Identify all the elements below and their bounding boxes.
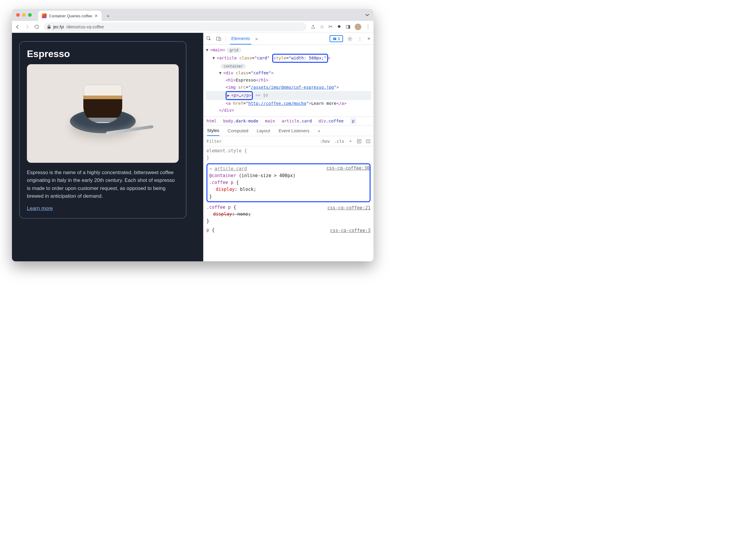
subtabs-more-icon[interactable]: »: [318, 128, 320, 133]
reload-button[interactable]: [34, 24, 39, 29]
svg-rect-0: [48, 26, 51, 29]
dom-breadcrumb[interactable]: html body.dark-mode main article.card di…: [203, 116, 374, 125]
tab-title: Container Queries coffee: [49, 14, 92, 18]
rendered-page: Espresso Espresso is the name of a highl…: [12, 33, 203, 261]
issues-count: 1: [338, 36, 340, 41]
favicon-icon: [42, 14, 47, 18]
svg-rect-8: [334, 39, 335, 39]
subtab-computed[interactable]: Computed: [228, 128, 248, 133]
hov-toggle[interactable]: :hov: [320, 139, 330, 144]
card-title: Espresso: [27, 48, 179, 60]
learn-more-link[interactable]: Learn more: [27, 205, 53, 211]
overridden-rule: css-cq-coffee:21 .coffee p { display: no…: [206, 204, 371, 225]
dom-selected-node: ••• ▶<p>…</p> == $0: [206, 91, 371, 100]
settings-icon[interactable]: [347, 36, 353, 42]
share-icon[interactable]: [311, 24, 316, 29]
svg-rect-5: [219, 38, 221, 41]
crumb-p: p: [350, 118, 356, 124]
rule-source-link[interactable]: css-cq-coffee:21: [328, 205, 371, 211]
devtools-panel: Elements » 1 ⋮ ✕ ▼<main>grid ▼<article c…: [203, 33, 374, 261]
url-path: /demo/css-cq-coffee: [67, 24, 104, 29]
lock-icon: [47, 25, 51, 29]
devtools-toolbar: Elements » 1 ⋮ ✕: [203, 33, 374, 45]
profile-avatar[interactable]: [355, 23, 361, 30]
sidebar-toggle-icon[interactable]: [366, 139, 371, 144]
browser-tab[interactable]: Container Queries coffee ✕: [38, 11, 102, 21]
coffee-card: Espresso Espresso is the name of a highl…: [19, 41, 187, 219]
container-query-rule: css-cq-coffee:30 → article.card @contain…: [206, 163, 371, 202]
minimize-window-icon[interactable]: [22, 13, 26, 17]
styles-pane[interactable]: element.style { } css-cq-coffee:30 → art…: [203, 146, 374, 261]
browser-toolbar: jec.fyi/demo/css-cq-coffee ☆ ✂ ⋮: [12, 21, 374, 33]
extensions-icon[interactable]: [337, 24, 341, 29]
crumb-main: main: [265, 119, 275, 123]
browser-tabbar: Container Queries coffee ✕ ＋: [12, 9, 374, 21]
svg-rect-2: [348, 25, 350, 28]
close-tab-icon[interactable]: ✕: [94, 14, 98, 18]
crumb-body: body.dark-mode: [223, 119, 258, 123]
back-button[interactable]: [15, 24, 20, 29]
cls-toggle[interactable]: .cls: [334, 139, 344, 144]
crumb-div: div.coffee: [319, 119, 344, 123]
sidepanel-icon[interactable]: [346, 24, 350, 29]
scissors-icon[interactable]: ✂: [329, 23, 333, 30]
subtab-styles[interactable]: Styles: [207, 125, 219, 136]
maximize-window-icon[interactable]: [28, 13, 32, 17]
crumb-article: article.card: [282, 119, 312, 123]
bookmark-icon[interactable]: ☆: [320, 23, 324, 30]
card-image: [27, 64, 179, 163]
window-controls: [12, 13, 36, 17]
p-rule: css-cq-coffee:3 p {: [206, 227, 371, 233]
kebab-icon[interactable]: ⋮: [366, 23, 371, 30]
new-tab-button[interactable]: ＋: [104, 12, 112, 20]
device-toggle-icon[interactable]: [216, 36, 221, 42]
new-rule-icon[interactable]: ＋: [348, 139, 353, 144]
subtab-layout[interactable]: Layout: [257, 128, 270, 133]
svg-rect-7: [334, 38, 335, 39]
tab-elements[interactable]: Elements: [230, 33, 251, 45]
inspect-icon[interactable]: [206, 36, 212, 42]
issues-badge[interactable]: 1: [330, 35, 343, 42]
forward-button: [24, 24, 30, 29]
tabs-overflow-icon[interactable]: [365, 13, 369, 17]
address-bar[interactable]: jec.fyi/demo/css-cq-coffee: [44, 22, 307, 31]
url-host: jec.fyi: [53, 24, 64, 29]
computed-toggle-icon[interactable]: [357, 139, 362, 144]
styles-filter-bar: :hov .cls ＋: [203, 136, 374, 146]
styles-subtabs: Styles Computed Layout Event Listeners »: [203, 125, 374, 136]
svg-point-9: [349, 38, 351, 39]
styles-filter-input[interactable]: [206, 139, 316, 144]
crumb-html: html: [206, 119, 217, 123]
subtab-event-listeners[interactable]: Event Listeners: [279, 128, 309, 133]
svg-rect-6: [333, 37, 336, 40]
svg-rect-11: [366, 140, 370, 143]
devtools-close-icon[interactable]: ✕: [367, 36, 371, 41]
dom-tree[interactable]: ▼<main>grid ▼<article class="card" style…: [203, 45, 374, 116]
rule-source-link[interactable]: css-cq-coffee:3: [330, 227, 371, 234]
tabs-more-icon[interactable]: »: [255, 36, 258, 41]
element-style-rule: element.style { }: [206, 147, 371, 162]
rule-source-link[interactable]: css-cq-coffee:30: [327, 165, 370, 172]
devtools-kebab-icon[interactable]: ⋮: [358, 36, 362, 41]
card-description: Espresso is the name of a highly concent…: [27, 169, 179, 200]
close-window-icon[interactable]: [16, 13, 20, 17]
